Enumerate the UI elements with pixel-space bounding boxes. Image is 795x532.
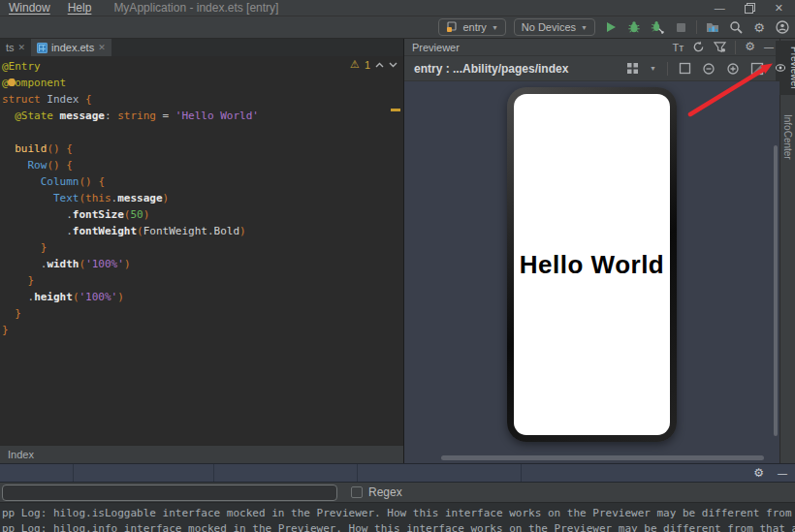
header-separator <box>735 41 736 54</box>
original-size-button[interactable] <box>750 62 764 76</box>
run-config-select[interactable]: entry ▼ <box>438 18 505 36</box>
refresh-button[interactable] <box>692 41 705 53</box>
tab-index-ets[interactable]: index.ets ✕ <box>31 39 111 56</box>
log-output[interactable]: pp Log: hilog.isLoggable interface mocke… <box>0 503 795 532</box>
eye-icon <box>776 64 785 72</box>
tab-label: ts <box>6 42 15 53</box>
window-title: MyApplication - index.ets [entry] <box>113 1 278 15</box>
hide-panel-button[interactable]: — <box>764 42 774 52</box>
layout-grid-button[interactable] <box>626 62 639 75</box>
restore-icon <box>745 3 755 14</box>
regex-checkbox[interactable] <box>351 486 363 498</box>
code-line: Row() { <box>2 157 403 173</box>
profiler-icon <box>706 20 719 34</box>
restore-button[interactable] <box>745 3 755 14</box>
account-button[interactable] <box>775 19 790 35</box>
previewer-vertical-scrollbar[interactable] <box>774 145 778 436</box>
regex-option[interactable]: Regex <box>351 485 402 499</box>
funnel-icon <box>714 41 726 53</box>
code-line: } <box>2 239 403 256</box>
tool-tab-label: Previewer <box>789 47 795 89</box>
menu-help[interactable]: Help <box>59 1 101 15</box>
inspections-widget[interactable]: ⚠ 1 <box>350 58 398 71</box>
tool-tab-infocenter[interactable]: InfoCenter <box>782 109 793 166</box>
code-line: @Entry <box>2 58 403 75</box>
chevron-down-icon <box>389 62 398 68</box>
chevron-down-icon: ▼ <box>492 24 498 31</box>
code-line <box>2 124 403 141</box>
frame-button[interactable] <box>679 62 691 75</box>
chevron-down-icon: ▼ <box>581 24 588 31</box>
log-search-row: Regex <box>0 483 795 503</box>
subheader-separator <box>667 62 668 76</box>
refresh-icon <box>692 41 705 53</box>
toolbar-divider <box>213 464 214 482</box>
device-mode-caret[interactable]: ▼ <box>650 65 656 72</box>
zoom-in-button[interactable] <box>726 62 740 76</box>
phone-screen: Hello World <box>514 94 670 435</box>
minimize-button[interactable]: — <box>715 3 725 14</box>
code-line: .width('100%') <box>2 256 403 272</box>
ide-window: Window Help MyApplication - index.ets [e… <box>0 0 795 532</box>
breadcrumb[interactable]: Index <box>0 445 403 463</box>
scale-icon <box>750 62 764 76</box>
code-line: } <box>2 272 403 289</box>
text-size-button[interactable]: Tт <box>672 42 684 53</box>
debug-button[interactable] <box>626 19 642 35</box>
settings-button[interactable]: ⚙ <box>751 19 767 35</box>
previewer-panel-title: Previewer <box>412 42 460 53</box>
log-hide-button[interactable]: — <box>778 468 787 479</box>
ets-file-icon <box>37 43 48 53</box>
profiler-button[interactable] <box>705 19 720 35</box>
zoom-in-icon <box>726 62 740 76</box>
log-line: pp Log: hilog.isLoggable interface mocke… <box>2 506 795 521</box>
titlebar: Window Help MyApplication - index.ets [e… <box>0 0 795 16</box>
filter-button[interactable] <box>714 41 726 53</box>
breadcrumb-item[interactable]: Index <box>8 449 34 460</box>
previewer-subheader: entry : ...Ability/pages/index ▼ <box>404 56 779 81</box>
close-button[interactable]: ✕ <box>775 3 783 14</box>
code-line: Text(this.message) <box>2 190 403 206</box>
phone-mockup: Hello World <box>507 87 677 442</box>
run-config-label: entry <box>462 21 486 33</box>
editor-hint-dot-icon[interactable] <box>8 78 16 86</box>
preview-target-label: entry : ...Ability/pages/index <box>414 62 568 76</box>
code-line: } <box>2 322 403 338</box>
toolbar-divider <box>73 464 74 482</box>
editor-tabbar: ts ✕ index.ets ✕ <box>0 39 403 56</box>
bug-attach-icon <box>651 20 664 34</box>
tab-close-icon[interactable]: ✕ <box>18 43 26 52</box>
run-button[interactable] <box>603 19 619 35</box>
main-area: ts ✕ index.ets ✕ @Entry@Componentstruct … <box>0 39 795 463</box>
code-line: build() { <box>2 141 403 157</box>
run-icon <box>605 21 617 33</box>
scrollbar-warning-mark[interactable] <box>391 109 400 111</box>
avatar-icon <box>776 20 789 34</box>
tab-label: index.ets <box>51 42 94 53</box>
previewer-canvas[interactable]: Hello World <box>404 81 779 463</box>
zoom-out-button[interactable] <box>702 62 716 76</box>
device-select[interactable]: No Devices ▼ <box>514 18 595 36</box>
right-tool-strip: Previewer InfoCenter <box>779 39 795 463</box>
code-editor[interactable]: @Entry@Componentstruct Index { @State me… <box>0 56 403 445</box>
next-warning-button[interactable] <box>389 62 398 68</box>
chevron-up-icon <box>375 62 384 68</box>
frame-icon <box>679 62 691 75</box>
tab-background[interactable]: ts ✕ <box>0 39 31 56</box>
menu-window[interactable]: Window <box>0 1 59 15</box>
main-toolbar: entry ▼ No Devices ▼ <box>0 16 795 39</box>
log-settings-button[interactable]: ⚙ <box>753 467 764 480</box>
regex-label: Regex <box>368 485 402 499</box>
stop-button[interactable] <box>673 19 688 35</box>
search-everywhere-button[interactable] <box>728 19 744 35</box>
previewer-settings-button[interactable]: ⚙ <box>745 41 755 53</box>
previewer-horizontal-scrollbar[interactable] <box>441 455 764 460</box>
warning-icon: ⚠ <box>350 58 360 71</box>
prev-warning-button[interactable] <box>375 62 384 68</box>
tab-close-icon[interactable]: ✕ <box>98 43 106 52</box>
toolbar-separator <box>696 20 697 34</box>
preview-hello-world-text: Hello World <box>520 250 664 280</box>
attach-debugger-button[interactable] <box>650 19 665 35</box>
log-panel-toolbar[interactable]: ⚙ — <box>0 463 795 483</box>
log-search-input[interactable] <box>2 485 337 501</box>
